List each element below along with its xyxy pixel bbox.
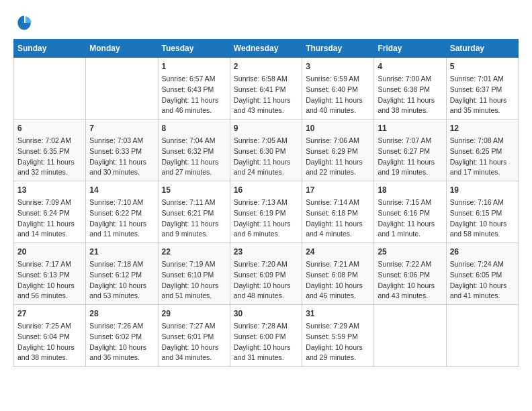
day-info: Daylight: 11 hours and 6 minutes.: [234, 219, 298, 240]
calendar-cell: 10Sunrise: 7:06 AMSunset: 6:29 PMDayligh…: [302, 120, 374, 181]
day-info: Daylight: 11 hours and 22 minutes.: [306, 157, 370, 179]
day-info: Sunrise: 7:06 AM: [306, 136, 370, 146]
day-number: 22: [162, 246, 226, 258]
day-number: 20: [17, 246, 82, 258]
calendar-cell: 26Sunrise: 7:24 AMSunset: 6:05 PMDayligh…: [446, 243, 518, 305]
day-number: 11: [378, 122, 442, 134]
day-info: Sunset: 6:06 PM: [378, 270, 442, 281]
day-number: 14: [89, 184, 154, 196]
day-info: Daylight: 10 hours and 53 minutes.: [89, 281, 154, 302]
calendar-cell: 3Sunrise: 6:59 AMSunset: 6:40 PMDaylight…: [302, 58, 374, 120]
day-number: 28: [89, 308, 154, 320]
header-row: Sunday Monday Tuesday Wednesday Thursday…: [14, 40, 519, 58]
col-thursday: Thursday: [302, 40, 374, 58]
calendar-cell: 25Sunrise: 7:22 AMSunset: 6:06 PMDayligh…: [374, 243, 446, 305]
day-number: 3: [306, 60, 370, 73]
day-info: Sunrise: 7:21 AM: [306, 259, 370, 270]
day-info: Daylight: 10 hours and 46 minutes.: [306, 281, 370, 302]
day-number: 16: [234, 184, 298, 196]
day-number: 31: [306, 308, 370, 320]
day-number: 27: [17, 308, 82, 320]
day-info: Sunrise: 7:10 AM: [89, 197, 154, 208]
day-number: 4: [378, 60, 442, 73]
col-tuesday: Tuesday: [158, 40, 230, 58]
day-info: Sunrise: 7:22 AM: [378, 259, 442, 270]
calendar-cell: [374, 305, 446, 367]
day-info: Sunset: 6:16 PM: [378, 208, 442, 219]
day-number: 30: [234, 308, 298, 320]
day-info: Daylight: 10 hours and 56 minutes.: [17, 281, 82, 302]
header: [13, 13, 519, 32]
day-info: Daylight: 11 hours and 27 minutes.: [162, 157, 226, 179]
calendar-cell: 19Sunrise: 7:16 AMSunset: 6:15 PMDayligh…: [446, 181, 518, 243]
day-info: Daylight: 11 hours and 4 minutes.: [306, 219, 370, 240]
day-info: Sunrise: 7:16 AM: [450, 197, 515, 208]
day-info: Sunrise: 7:15 AM: [378, 197, 442, 208]
day-number: 25: [378, 246, 442, 258]
calendar-cell: [14, 58, 86, 120]
calendar-cell: 23Sunrise: 7:20 AMSunset: 6:09 PMDayligh…: [230, 243, 302, 305]
calendar-cell: 18Sunrise: 7:15 AMSunset: 6:16 PMDayligh…: [374, 181, 446, 243]
calendar-cell: 14Sunrise: 7:10 AMSunset: 6:22 PMDayligh…: [86, 181, 158, 243]
day-info: Daylight: 11 hours and 1 minute.: [378, 219, 442, 240]
calendar-cell: 8Sunrise: 7:04 AMSunset: 6:32 PMDaylight…: [158, 120, 230, 181]
calendar-cell: 11Sunrise: 7:07 AMSunset: 6:27 PMDayligh…: [374, 120, 446, 181]
day-number: 18: [378, 184, 442, 196]
day-info: Sunrise: 7:17 AM: [17, 259, 82, 270]
calendar-cell: 4Sunrise: 7:00 AMSunset: 6:38 PMDaylight…: [374, 58, 446, 120]
day-info: Daylight: 10 hours and 41 minutes.: [450, 281, 515, 302]
day-info: Daylight: 10 hours and 38 minutes.: [17, 342, 82, 364]
day-info: Sunset: 6:33 PM: [89, 146, 154, 157]
day-info: Sunset: 6:40 PM: [306, 85, 370, 95]
day-info: Sunset: 6:04 PM: [17, 332, 82, 342]
day-number: 13: [17, 184, 82, 196]
day-info: Sunrise: 7:13 AM: [234, 197, 298, 208]
logo: [13, 13, 36, 32]
calendar-week-row: 6Sunrise: 7:02 AMSunset: 6:35 PMDaylight…: [14, 120, 519, 181]
calendar-table: Sunday Monday Tuesday Wednesday Thursday…: [13, 39, 519, 367]
day-info: Sunrise: 7:02 AM: [17, 136, 82, 146]
col-saturday: Saturday: [446, 40, 518, 58]
calendar-cell: 30Sunrise: 7:28 AMSunset: 6:00 PMDayligh…: [230, 305, 302, 367]
calendar-cell: [86, 58, 158, 120]
day-info: Sunset: 6:08 PM: [306, 270, 370, 281]
day-info: Daylight: 11 hours and 14 minutes.: [17, 219, 82, 240]
day-info: Sunset: 6:38 PM: [378, 85, 442, 95]
day-info: Daylight: 11 hours and 9 minutes.: [162, 219, 226, 240]
day-info: Sunrise: 6:59 AM: [306, 74, 370, 85]
calendar-cell: 2Sunrise: 6:58 AMSunset: 6:41 PMDaylight…: [230, 58, 302, 120]
day-info: Sunset: 6:41 PM: [234, 85, 298, 95]
day-info: Daylight: 11 hours and 24 minutes.: [234, 157, 298, 179]
day-info: Sunset: 6:00 PM: [234, 332, 298, 342]
day-number: 10: [306, 122, 370, 134]
day-info: Sunset: 6:18 PM: [306, 208, 370, 219]
calendar-cell: 27Sunrise: 7:25 AMSunset: 6:04 PMDayligh…: [14, 305, 86, 367]
day-info: Sunrise: 7:28 AM: [234, 321, 298, 332]
day-info: Sunrise: 7:14 AM: [306, 197, 370, 208]
day-info: Sunrise: 7:07 AM: [378, 136, 442, 146]
day-info: Sunset: 6:13 PM: [17, 270, 82, 281]
calendar-cell: 15Sunrise: 7:11 AMSunset: 6:21 PMDayligh…: [158, 181, 230, 243]
day-info: Sunset: 6:22 PM: [89, 208, 154, 219]
day-info: Sunrise: 7:24 AM: [450, 259, 515, 270]
day-number: 1: [162, 60, 226, 73]
calendar-week-row: 1Sunrise: 6:57 AMSunset: 6:43 PMDaylight…: [14, 58, 519, 120]
day-info: Daylight: 10 hours and 43 minutes.: [378, 281, 442, 302]
day-info: Sunrise: 7:08 AM: [450, 136, 515, 146]
day-info: Daylight: 10 hours and 31 minutes.: [234, 342, 298, 364]
calendar-cell: 7Sunrise: 7:03 AMSunset: 6:33 PMDaylight…: [86, 120, 158, 181]
day-info: Sunrise: 7:09 AM: [17, 197, 82, 208]
calendar-cell: 6Sunrise: 7:02 AMSunset: 6:35 PMDaylight…: [14, 120, 86, 181]
day-info: Sunset: 6:37 PM: [450, 85, 515, 95]
day-info: Sunset: 6:43 PM: [162, 85, 226, 95]
calendar-cell: 24Sunrise: 7:21 AMSunset: 6:08 PMDayligh…: [302, 243, 374, 305]
day-info: Sunrise: 7:29 AM: [306, 321, 370, 332]
calendar-cell: 16Sunrise: 7:13 AMSunset: 6:19 PMDayligh…: [230, 181, 302, 243]
day-info: Sunset: 5:59 PM: [306, 332, 370, 342]
day-info: Sunset: 6:25 PM: [450, 146, 515, 157]
calendar-cell: [446, 305, 518, 367]
day-number: 2: [234, 60, 298, 73]
day-info: Daylight: 10 hours and 48 minutes.: [234, 281, 298, 302]
calendar-page: Sunday Monday Tuesday Wednesday Thursday…: [0, 0, 532, 373]
calendar-week-row: 20Sunrise: 7:17 AMSunset: 6:13 PMDayligh…: [14, 243, 519, 305]
